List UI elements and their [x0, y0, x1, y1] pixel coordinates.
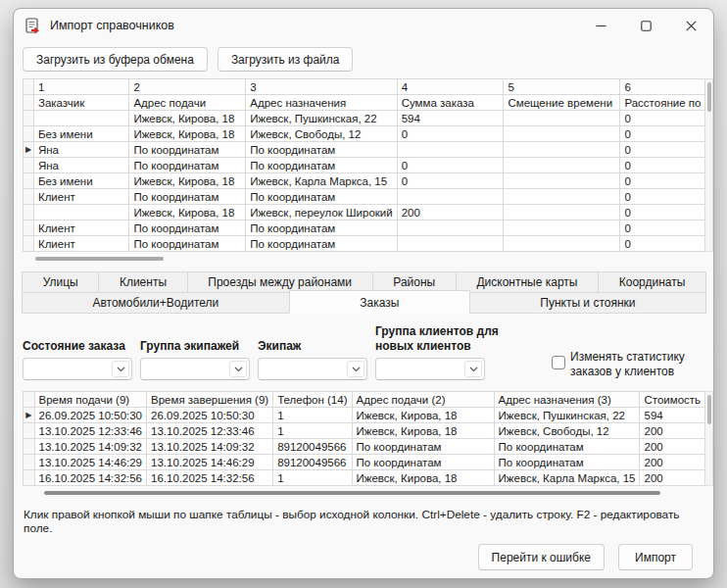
order-state-select[interactable] [23, 358, 132, 380]
cell[interactable]: Ижевск, переулок Широкий [246, 205, 397, 220]
current-row-marker[interactable]: ▶ [24, 142, 34, 158]
table-row[interactable]: 13.10.2025 12:33:4613.10.2025 12:33:461И… [24, 423, 705, 439]
table-row[interactable]: ЯнаПо координатамПо координатам00 [24, 158, 705, 173]
cell[interactable]: 0 [620, 205, 705, 220]
cell[interactable]: Яна [33, 142, 128, 158]
cell[interactable] [504, 158, 620, 173]
table-row[interactable]: Ижевск, Кирова, 18Ижевск, переулок Широк… [24, 205, 705, 220]
chevron-down-icon[interactable] [112, 361, 129, 377]
column-header[interactable]: Время подачи (9) [34, 392, 147, 408]
cell[interactable] [504, 173, 620, 189]
current-row-marker[interactable]: ▶ [24, 408, 35, 423]
cell[interactable]: 0 [620, 111, 705, 126]
cell[interactable]: Без имени [33, 173, 128, 189]
crew-select[interactable] [258, 358, 367, 380]
cell[interactable]: Адрес подачи [129, 95, 246, 111]
cell[interactable]: Ижевск, Карла Маркса, 15 [246, 173, 397, 189]
cell[interactable]: Без имени [33, 126, 128, 142]
cell[interactable] [504, 142, 620, 158]
cell[interactable] [397, 220, 504, 236]
tab[interactable]: Автомобили+Водители [22, 292, 290, 314]
cell[interactable]: Ижевск, Карла Маркса, 15 [494, 470, 640, 486]
cell[interactable]: 0 [620, 220, 705, 236]
cell[interactable]: 0 [397, 158, 504, 173]
cell[interactable] [397, 189, 504, 205]
row-selector-header[interactable] [24, 392, 35, 408]
cell[interactable]: 594 [640, 408, 705, 423]
chevron-down-icon[interactable] [464, 361, 482, 377]
cell[interactable]: По координатам [246, 236, 397, 252]
import-button[interactable]: Импорт [618, 544, 693, 570]
cell[interactable]: Ижевск, Кирова, 18 [129, 173, 246, 189]
row-selector[interactable] [24, 470, 35, 486]
cell[interactable]: 1 [273, 470, 352, 486]
cell[interactable]: По координатам [129, 236, 246, 252]
cell[interactable]: Ижевск, Свободы, 12 [494, 423, 640, 439]
cell[interactable]: 0 [397, 173, 504, 189]
table-row[interactable]: Без имениИжевск, Кирова, 18Ижевск, Свобо… [24, 126, 705, 142]
client-group-select[interactable] [375, 358, 485, 380]
source-grid-vertical-scrollbar[interactable] [705, 78, 713, 252]
table-row[interactable]: 13.10.2025 14:46:2913.10.2025 14:46:2989… [24, 455, 705, 470]
cell[interactable]: 200 [640, 470, 705, 486]
cell[interactable]: 89120049566 [273, 455, 352, 470]
cell[interactable]: 200 [640, 439, 705, 455]
cell[interactable] [504, 205, 620, 220]
scrollbar-thumb[interactable] [707, 82, 711, 112]
scrollbar-thumb[interactable] [44, 491, 660, 495]
tab[interactable]: Клиенты [98, 271, 187, 293]
cell[interactable]: Ижевск, Кирова, 18 [352, 408, 494, 423]
table-row[interactable]: 16.10.2025 14:32:5616.10.2025 14:32:561И… [24, 470, 705, 486]
cell[interactable]: По координатам [352, 455, 494, 470]
row-selector[interactable] [24, 126, 34, 142]
load-from-clipboard-button[interactable]: Загрузить из буфера обмена [23, 47, 208, 72]
cell[interactable]: 0 [620, 173, 705, 189]
scrollbar-thumb[interactable] [35, 257, 164, 261]
cell[interactable]: 16.10.2025 14:32:56 [147, 470, 273, 486]
cell[interactable]: По координатам [352, 439, 494, 455]
cell[interactable]: 0 [620, 158, 705, 173]
cell[interactable] [397, 142, 504, 158]
cell[interactable]: 26.09.2025 10:50:30 [147, 408, 273, 423]
row-selector[interactable] [24, 439, 35, 455]
chevron-down-icon[interactable] [229, 361, 247, 377]
column-header[interactable]: 4 [397, 79, 504, 95]
checkbox-unchecked-icon[interactable] [552, 356, 565, 369]
cell[interactable]: По координатам [129, 158, 246, 173]
cell[interactable]: Яна [33, 158, 128, 173]
cell[interactable] [504, 111, 620, 126]
row-selector[interactable] [24, 95, 34, 111]
cell[interactable] [504, 189, 620, 205]
cell[interactable]: 13.10.2025 12:33:46 [34, 423, 147, 439]
cell[interactable]: Ижевск, Кирова, 18 [129, 111, 246, 126]
column-header[interactable]: 6 [620, 79, 705, 95]
goto-error-button[interactable]: Перейти к ошибке [478, 544, 605, 570]
cell[interactable]: Ижевск, Кирова, 18 [352, 423, 494, 439]
close-button[interactable] [668, 9, 713, 42]
cell[interactable]: 0 [397, 126, 504, 142]
row-selector[interactable] [24, 236, 34, 252]
table-row[interactable]: КлиентПо координатамПо координатам0 [24, 220, 705, 236]
cell[interactable]: 594 [397, 111, 504, 126]
row-selector[interactable] [24, 173, 34, 189]
table-row[interactable]: ▶26.09.2025 10:50:3026.09.2025 10:50:301… [24, 408, 705, 423]
cell[interactable]: По координатам [246, 189, 397, 205]
tab[interactable]: Дисконтные карты [456, 271, 599, 293]
row-selector[interactable] [24, 205, 34, 220]
table-row[interactable]: КлиентПо координатамПо координатам0 [24, 189, 705, 205]
orders-grid-vertical-scrollbar[interactable] [705, 391, 713, 486]
cell[interactable]: Ижевск, Кирова, 18 [129, 126, 246, 142]
cell[interactable]: Клиент [33, 236, 128, 252]
title-bar[interactable]: Импорт справочников [14, 9, 713, 42]
column-header[interactable]: Адрес подачи (2) [352, 392, 494, 408]
cell[interactable]: По координатам [494, 439, 640, 455]
column-header[interactable]: 5 [504, 79, 620, 95]
table-row[interactable]: 13.10.2025 14:09:3213.10.2025 14:09:3289… [24, 439, 705, 455]
tab[interactable]: Координаты [598, 271, 706, 293]
scrollbar-thumb[interactable] [707, 395, 711, 424]
cell[interactable]: 13.10.2025 14:09:32 [34, 439, 147, 455]
tab[interactable]: Пункты и стоянки [469, 292, 706, 314]
cell[interactable] [504, 236, 620, 252]
cell[interactable]: 13.10.2025 14:46:29 [34, 455, 147, 470]
tab[interactable]: Улицы [22, 271, 99, 293]
